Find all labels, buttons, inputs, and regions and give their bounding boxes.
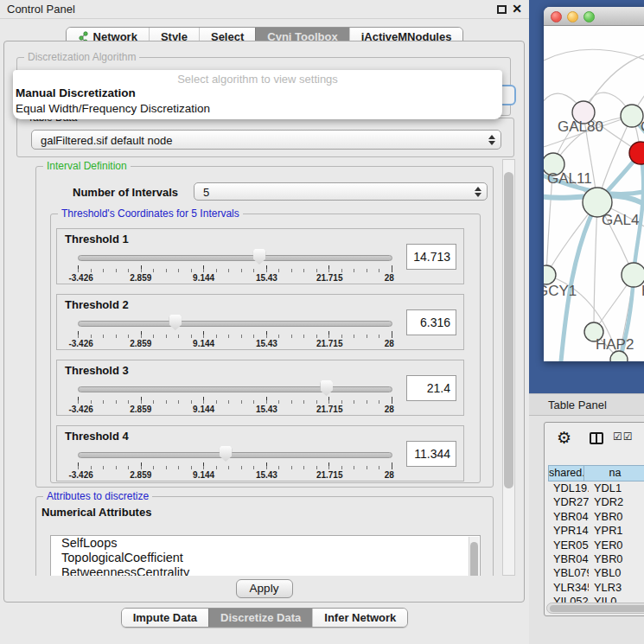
table-data-combobox[interactable]: galFiltered.sif default node bbox=[31, 130, 501, 150]
list-scrollbar[interactable] bbox=[469, 537, 479, 576]
tick-label: 28 bbox=[385, 405, 394, 414]
settings-scrollbar[interactable] bbox=[502, 159, 515, 576]
slider-thumb[interactable] bbox=[253, 249, 266, 265]
threshold-1-value-field[interactable]: 14.713 bbox=[406, 244, 456, 270]
threshold-2-slider[interactable]: -3.426 2.859 9.144 15.43 21.715 28 bbox=[78, 314, 392, 348]
tick-label: 21.715 bbox=[316, 339, 343, 348]
algorithm-placeholder: Select algorithm to view settings bbox=[13, 70, 502, 86]
list-item[interactable]: SelfLoops bbox=[51, 536, 480, 551]
number-of-intervals-label: Number of Intervals bbox=[73, 186, 178, 199]
apply-button[interactable]: Apply bbox=[236, 579, 293, 598]
column-header-name[interactable]: na bbox=[584, 465, 644, 481]
zoom-traffic-light-icon[interactable] bbox=[583, 11, 595, 22]
close-icon[interactable]: ✕ bbox=[512, 2, 522, 16]
threshold-3-value-field[interactable]: 21.4 bbox=[406, 375, 456, 401]
threshold-1-panel: Threshold 1 -3.426 2.859 9.144 15.43 bbox=[56, 228, 464, 284]
cyni-toolbox-panel: Discretization Algorithm Select algorith… bbox=[3, 41, 525, 603]
tick-label: 15.43 bbox=[256, 470, 277, 480]
slider-track[interactable] bbox=[78, 321, 392, 327]
threshold-4-value-field[interactable]: 11.344 bbox=[406, 441, 456, 467]
slider-ticks bbox=[78, 265, 392, 272]
tick-label: 9.144 bbox=[193, 405, 214, 414]
number-of-intervals-value: 5 bbox=[203, 185, 209, 198]
table-row[interactable]: YBR045CYBR0 bbox=[548, 552, 644, 566]
algorithm-option-equal-width[interactable]: Equal Width/Frequency Discretization bbox=[13, 101, 502, 117]
algorithm-option-manual[interactable]: Manual Discretization bbox=[13, 86, 502, 101]
checkbox-icons[interactable]: ☑☑ bbox=[613, 430, 634, 443]
slider-thumb[interactable] bbox=[169, 315, 182, 330]
gear-icon[interactable]: ⚙ bbox=[557, 428, 571, 448]
discretization-algorithm-group-title: Discretization Algorithm bbox=[24, 51, 139, 63]
bottom-tab-row: Impute Data Discretize Data Infer Networ… bbox=[0, 608, 529, 628]
slider-ticks bbox=[78, 462, 392, 469]
numerical-attributes-list[interactable]: SelfLoops TopologicalCoefficient Between… bbox=[50, 535, 481, 576]
tab-infer-network-label: Infer Network bbox=[324, 611, 396, 624]
node-label: GCY1 bbox=[544, 283, 577, 299]
tick-label: 2.859 bbox=[130, 273, 151, 283]
tab-impute-data[interactable]: Impute Data bbox=[122, 609, 208, 627]
slider-thumb[interactable] bbox=[220, 446, 233, 462]
bottom-tabbar: Impute Data Discretize Data Infer Networ… bbox=[121, 608, 409, 628]
node-gcy1[interactable] bbox=[544, 265, 556, 284]
slider-track[interactable] bbox=[78, 255, 392, 261]
tick-label: -3.426 bbox=[68, 470, 92, 480]
network-canvas[interactable]: GAL80 G C GAL11 GAL4 GCY1 H HAP2 bbox=[544, 26, 644, 361]
column-header-shared[interactable]: shared... bbox=[548, 465, 584, 481]
tick-label: 21.715 bbox=[316, 470, 343, 480]
control-panel: Control Panel ✕ Network Style bbox=[0, 0, 529, 644]
table-horizontal-scrollbar[interactable] bbox=[546, 603, 644, 614]
table-row[interactable]: YLR345WYLR3 bbox=[548, 581, 644, 595]
slider-thumb[interactable] bbox=[320, 380, 333, 396]
tick-label: 2.859 bbox=[130, 470, 151, 480]
threshold-4-panel: Threshold 4 -3.426 2.859 9.144 15.43 bbox=[56, 425, 464, 481]
network-window-titlebar[interactable] bbox=[544, 7, 644, 26]
slider-track[interactable] bbox=[78, 452, 392, 458]
threshold-2-label: Threshold 2 bbox=[65, 298, 129, 311]
tick-label: -3.426 bbox=[68, 339, 92, 348]
tick-label: 15.43 bbox=[256, 405, 277, 414]
threshold-2-panel: Threshold 2 -3.426 2.859 9.144 15.43 bbox=[56, 294, 464, 350]
list-item[interactable]: BetweennessCentrality bbox=[51, 565, 480, 576]
table-row[interactable]: YER054CYER0 bbox=[548, 539, 644, 552]
tick-label: 15.43 bbox=[256, 273, 277, 283]
tick-label: 28 bbox=[385, 470, 394, 480]
tick-label: 2.859 bbox=[130, 405, 151, 414]
close-traffic-light-icon[interactable] bbox=[551, 11, 562, 22]
slider-tick-labels: -3.426 2.859 9.144 15.43 21.715 28 bbox=[78, 405, 392, 414]
tick-label: 15.43 bbox=[256, 339, 277, 348]
threshold-3-label: Threshold 3 bbox=[65, 364, 129, 377]
interval-definition-group: Interval Definition Number of Intervals … bbox=[35, 166, 494, 488]
settings-scroll-area: Interval Definition Number of Intervals … bbox=[13, 159, 502, 576]
scrollbar-thumb[interactable] bbox=[504, 172, 513, 488]
tick-label: -3.426 bbox=[68, 405, 92, 414]
slider-track[interactable] bbox=[78, 386, 392, 392]
tick-label: 9.144 bbox=[193, 339, 214, 348]
tab-discretize-data[interactable]: Discretize Data bbox=[208, 609, 312, 627]
float-window-icon[interactable] bbox=[497, 5, 507, 14]
table-row[interactable]: YBR043CYBR0 bbox=[548, 510, 644, 524]
node-label: GAL11 bbox=[547, 170, 592, 187]
slider-ticks bbox=[78, 397, 392, 404]
threshold-2-value-field[interactable]: 6.316 bbox=[406, 309, 456, 335]
slider-tick-labels: -3.426 2.859 9.144 15.43 21.715 28 bbox=[78, 470, 392, 480]
threshold-3-slider[interactable]: -3.426 2.859 9.144 15.43 21.715 28 bbox=[78, 379, 392, 414]
table-row[interactable]: YDR27...YDR2 bbox=[548, 495, 644, 509]
table-row[interactable]: YBL079WYBL0 bbox=[548, 566, 644, 580]
threshold-1-slider[interactable]: -3.426 2.859 9.144 15.43 21.715 28 bbox=[78, 248, 392, 283]
list-item[interactable]: TopologicalCoefficient bbox=[51, 551, 480, 565]
scrollbar-thumb[interactable] bbox=[550, 605, 644, 612]
control-panel-titlebar: Control Panel ✕ bbox=[0, 0, 529, 19]
attributes-group: Attributes to discretize Numerical Attri… bbox=[35, 496, 494, 576]
number-of-intervals-combobox[interactable]: 5 bbox=[194, 182, 488, 201]
columns-icon[interactable] bbox=[590, 432, 603, 444]
threshold-4-label: Threshold 4 bbox=[65, 430, 129, 443]
tick-label: 28 bbox=[385, 339, 394, 348]
table-data-group: Table Data galFiltered.sif default node bbox=[16, 118, 514, 157]
node-label: GAL4 bbox=[602, 212, 639, 228]
threshold-1-label: Threshold 1 bbox=[65, 233, 129, 245]
table-row[interactable]: YDL19...YDL1 bbox=[548, 481, 644, 495]
threshold-4-slider[interactable]: -3.426 2.859 9.144 15.43 21.715 28 bbox=[78, 445, 392, 480]
minimize-traffic-light-icon[interactable] bbox=[567, 11, 578, 22]
tab-infer-network[interactable]: Infer Network bbox=[312, 609, 407, 627]
table-row[interactable]: YPR145WYPR1 bbox=[548, 524, 644, 538]
